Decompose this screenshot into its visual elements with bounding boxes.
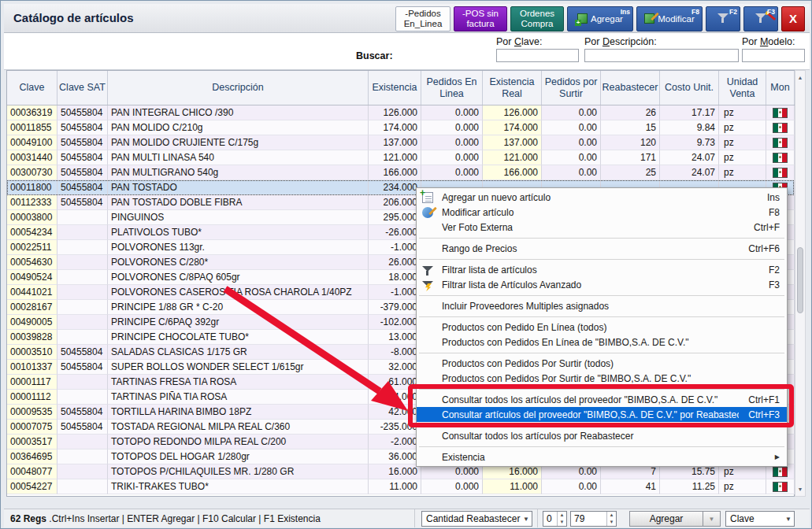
menu-separator bbox=[417, 256, 787, 262]
agregar-dropdown-arrow[interactable]: ▼ bbox=[703, 511, 721, 527]
cell: 50455804 bbox=[57, 405, 108, 420]
cantidad-reabastecer-combo[interactable]: Cantidad Reabastecer ▼ bbox=[421, 511, 532, 527]
menu-item[interactable]: Modificar artículoF8 bbox=[417, 205, 787, 220]
cell: 166.000 bbox=[483, 165, 542, 180]
menu-item[interactable]: Productos con Pedidos Por Surtir (todos) bbox=[417, 356, 787, 371]
max-quantity-stepper[interactable]: 79 ▲▼ bbox=[570, 511, 617, 527]
menu-item[interactable]: Existencia▶ bbox=[417, 449, 787, 464]
context-menu: Agregar un nuevo artículoInsModificar ar… bbox=[416, 187, 788, 467]
menu-item[interactable]: Consultar artículos del proveedor "BIMBO… bbox=[417, 407, 787, 422]
cell: 00054630 bbox=[7, 255, 57, 270]
button-label: Modificar bbox=[658, 14, 695, 24]
table-row[interactable]: 0003631950455804PAN INTEGRAL CHICO /3901… bbox=[7, 105, 794, 120]
cell: 0.00 bbox=[542, 105, 601, 120]
table-row[interactable]: 0030073050455804PAN MULTIGRANO 540g166.0… bbox=[7, 165, 794, 180]
stepper-arrows-icon[interactable]: ▲▼ bbox=[606, 512, 616, 526]
column-header[interactable]: Mon bbox=[766, 71, 795, 105]
por-clave-input[interactable] bbox=[496, 49, 579, 62]
funnel-icon bbox=[422, 264, 433, 276]
modificar-button[interactable]: Modificar F8 bbox=[636, 6, 703, 31]
cell bbox=[57, 300, 108, 315]
ordenes-compra-button[interactable]: OrdenesCompra bbox=[510, 6, 564, 31]
edit-cube-icon bbox=[644, 13, 654, 24]
menu-item[interactable]: Consultar todos los artículos por Reabas… bbox=[417, 428, 787, 443]
stepper-arrows-icon[interactable]: ▲▼ bbox=[557, 512, 566, 526]
cell: 50455804 bbox=[57, 105, 108, 120]
currency-cell bbox=[766, 105, 795, 120]
menu-item[interactable]: Rango de PreciosCtrl+F6 bbox=[417, 241, 787, 256]
column-header[interactable]: Descripción bbox=[108, 71, 369, 105]
pedidos-en-linea-button[interactable]: -PedidosEn_Linea bbox=[395, 6, 450, 31]
cell: 171 bbox=[601, 150, 660, 165]
por-descripcion-input[interactable] bbox=[584, 49, 739, 62]
column-header[interactable]: Existencia Real bbox=[483, 71, 542, 105]
scroll-up-icon[interactable]: ▲ bbox=[795, 72, 805, 83]
funnel-bolt-icon bbox=[422, 279, 433, 290]
agregar-bottom-button[interactable]: Agregar bbox=[629, 511, 703, 527]
agregar-button[interactable]: + Agregar Ins bbox=[567, 6, 633, 31]
table-row[interactable]: 0004910050455804PAN MOLIDO CRUJIENTE C/1… bbox=[7, 135, 794, 150]
cell: TOTOPO REDONDO MILPA REAL C/200 bbox=[108, 435, 369, 449]
column-header[interactable]: Costo Unit. bbox=[660, 71, 719, 105]
menu-item-label: Existencia bbox=[442, 452, 766, 463]
cell: 50455804 bbox=[57, 135, 108, 150]
menu-item[interactable]: Productos con Pedidos En Línea de "BIMBO… bbox=[417, 335, 787, 350]
clave-combo[interactable]: Clave ▼ bbox=[725, 511, 795, 527]
cell: 9.73 bbox=[660, 135, 719, 150]
menu-item[interactable]: Filtrar lista de artículosF2 bbox=[417, 262, 787, 277]
menu-separator bbox=[417, 443, 787, 449]
currency-cell bbox=[766, 150, 795, 165]
mexico-flag-icon bbox=[773, 168, 788, 178]
menu-item[interactable]: Incluir Proveedores Multiples asignados bbox=[417, 298, 787, 313]
cell: 00036319 bbox=[7, 105, 57, 120]
column-header[interactable]: Reabastecer bbox=[601, 71, 660, 105]
close-button[interactable]: X bbox=[781, 6, 805, 31]
cell: 174.000 bbox=[483, 120, 542, 135]
cell: 00031440 bbox=[7, 150, 57, 165]
menu-item[interactable]: Agregar un nuevo artículoIns bbox=[417, 190, 787, 205]
cell: 13.000 bbox=[369, 330, 421, 345]
filter-funnel-wand-icon bbox=[755, 13, 766, 24]
scroll-down-icon[interactable]: ▼ bbox=[795, 483, 805, 495]
column-header[interactable]: Pedidos En Linea bbox=[421, 71, 483, 105]
cell: 00003800 bbox=[7, 210, 57, 225]
shortcut-badge: F8 bbox=[691, 8, 699, 16]
column-header[interactable]: Pedidos por Surtir bbox=[542, 71, 601, 105]
status-bar: 62 Regs .Ctrl+Ins Insertar | ENTER Agreg… bbox=[4, 509, 810, 527]
cell bbox=[57, 225, 108, 240]
column-header[interactable]: Clave bbox=[7, 71, 57, 105]
scrollbar-thumb[interactable] bbox=[797, 247, 803, 313]
menu-item[interactable]: Filtrar lista de Artículos AvanzadoF3 bbox=[417, 277, 787, 292]
edit-article-icon bbox=[422, 207, 433, 218]
table-row[interactable]: 00054227TRIKI-TRAKES TUBO*11.0000.00011.… bbox=[7, 479, 794, 494]
column-header[interactable]: Clave SAT bbox=[57, 71, 108, 105]
por-modelo-input[interactable] bbox=[742, 49, 805, 62]
cell: pz bbox=[719, 479, 766, 494]
table-row[interactable]: 0003144050455804PAN MULTI LINASA 540121.… bbox=[7, 150, 794, 165]
cell: TARTINAS FRESA TIA ROSA bbox=[108, 375, 369, 390]
min-quantity-stepper[interactable]: 0 ▲▼ bbox=[543, 511, 567, 527]
cell: 00300730 bbox=[7, 165, 57, 180]
cell: pz bbox=[719, 165, 766, 180]
menu-item[interactable]: Productos con Pedidos Por Surtir de "BIM… bbox=[417, 371, 787, 386]
chevron-down-icon: ▼ bbox=[521, 516, 532, 523]
cell: PLATIVOLOS TUBO* bbox=[108, 225, 369, 240]
cell: pz bbox=[719, 150, 766, 165]
column-header[interactable]: Unidad Venta bbox=[719, 71, 766, 105]
menu-item[interactable]: Consultar todos los artículos del provee… bbox=[417, 392, 787, 407]
vertical-scrollbar[interactable]: ▲ ▼ bbox=[795, 70, 806, 497]
filtrar-button[interactable]: F2 bbox=[706, 6, 740, 31]
menu-item[interactable]: Ver Foto ExternaCtrl+F bbox=[417, 220, 787, 235]
filter-funnel-icon bbox=[717, 13, 729, 24]
pos-sin-factura-button[interactable]: -POS sinfactura bbox=[454, 6, 507, 31]
table-row[interactable]: 0001185550455804PAN MOLIDO C/210g174.000… bbox=[7, 120, 794, 135]
cell: 00022511 bbox=[7, 240, 57, 255]
cell: 42.000 bbox=[369, 405, 421, 420]
cell: SUPER BOLLOS WONDER SELECT 1/615gr bbox=[108, 360, 369, 375]
column-header[interactable]: Existencia bbox=[369, 71, 421, 105]
menu-item[interactable]: Productos con Pedido En Línea (todos) bbox=[417, 320, 787, 335]
filtrar-avanzado-button[interactable]: F3 bbox=[743, 6, 778, 31]
menu-shortcut: F8 bbox=[769, 207, 780, 218]
cell: 00049100 bbox=[7, 135, 57, 150]
menu-item-label: Filtrar lista de Artículos Avanzado bbox=[442, 279, 759, 290]
